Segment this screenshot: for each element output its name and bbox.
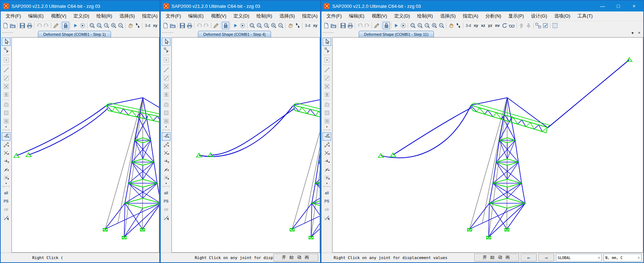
save-button[interactable] bbox=[179, 22, 186, 29]
zoom-previous-button[interactable] bbox=[423, 22, 431, 29]
deselect-mode-button[interactable] bbox=[323, 214, 331, 222]
tab-dropdown-icon[interactable]: ▾ bbox=[631, 30, 634, 35]
draw-poly-area-button[interactable] bbox=[323, 101, 331, 109]
walk-through-button[interactable] bbox=[134, 22, 141, 29]
toolbar-drag-handle[interactable] bbox=[323, 130, 330, 132]
next-step-button[interactable]: → bbox=[538, 254, 554, 262]
display-options-button[interactable] bbox=[542, 22, 549, 29]
toolbar-drag-handle[interactable] bbox=[163, 130, 170, 132]
menu-item-edit[interactable]: 编辑(E) bbox=[25, 11, 47, 21]
zoom-window-button[interactable] bbox=[248, 22, 256, 29]
select-all-button[interactable]: all bbox=[323, 189, 331, 197]
zoom-out-button[interactable] bbox=[277, 22, 284, 29]
menu-item-assign[interactable]: 指定(A) bbox=[459, 11, 482, 21]
menu-item-view[interactable]: 视图(V) bbox=[47, 11, 70, 21]
toolbar-drag-handle[interactable] bbox=[162, 32, 173, 36]
toolbar-overflow-icon[interactable]: ▾ bbox=[326, 125, 328, 128]
draw-poly-area-button[interactable] bbox=[162, 101, 170, 109]
snap-to-midpoints-button[interactable] bbox=[2, 141, 10, 149]
snap-to-lines-button[interactable] bbox=[162, 165, 170, 174]
new-file-button[interactable] bbox=[2, 22, 9, 29]
toolbar-overflow-icon[interactable]: ▾ bbox=[5, 182, 7, 185]
previous-selection-button[interactable]: PS bbox=[162, 197, 170, 205]
draw-frame-button[interactable] bbox=[2, 66, 10, 74]
snap-to-intersections-button[interactable] bbox=[162, 149, 170, 157]
draw-special-joint-button[interactable] bbox=[162, 56, 170, 64]
clear-selection-button[interactable]: clr bbox=[2, 205, 10, 214]
snap-to-grid-button[interactable] bbox=[2, 174, 10, 182]
zoom-full-button[interactable] bbox=[416, 22, 423, 29]
select-all-button[interactable]: all bbox=[2, 189, 10, 197]
draw-poly-area-button[interactable] bbox=[2, 101, 10, 109]
units-select[interactable]: N, mm, C∨ bbox=[604, 254, 641, 262]
run-play-button[interactable] bbox=[232, 22, 239, 29]
snap-to-joints-button[interactable] bbox=[2, 132, 10, 141]
run-play-button[interactable] bbox=[72, 22, 79, 29]
zoom-full-button[interactable] bbox=[256, 22, 263, 29]
clipped-icon-button[interactable] bbox=[552, 22, 559, 29]
quick-draw-frame-button[interactable] bbox=[162, 74, 170, 82]
open-file-button[interactable] bbox=[9, 22, 16, 29]
new-file-button[interactable] bbox=[162, 22, 169, 29]
clear-selection-button[interactable]: clr bbox=[323, 205, 331, 214]
zoom-out-button[interactable] bbox=[438, 22, 445, 29]
run-all-button[interactable] bbox=[239, 22, 246, 29]
menu-item-options[interactable]: 选项(O) bbox=[551, 11, 574, 21]
snap-to-grid-button[interactable] bbox=[162, 174, 170, 182]
zoom-in-button[interactable] bbox=[431, 22, 438, 29]
draw-frame-button[interactable] bbox=[162, 66, 170, 74]
perspective-glasses-button[interactable] bbox=[508, 22, 515, 29]
zoom-in-button[interactable] bbox=[110, 22, 117, 29]
menu-item-select[interactable]: 选择(S) bbox=[276, 11, 298, 21]
draw-rect-area-button[interactable] bbox=[323, 109, 331, 117]
menu-item-file[interactable]: 文件(F) bbox=[323, 11, 345, 21]
draw-frame-button[interactable] bbox=[323, 66, 331, 74]
reshape-object-button[interactable] bbox=[162, 46, 170, 54]
quick-draw-frame-button[interactable] bbox=[2, 74, 10, 82]
deselect-mode-button[interactable] bbox=[2, 214, 10, 222]
zoom-previous-button[interactable] bbox=[263, 22, 270, 29]
model-canvas[interactable] bbox=[11, 37, 159, 253]
tab-close-icon[interactable]: × bbox=[638, 30, 640, 35]
menu-item-draw[interactable]: 绘制(R) bbox=[93, 11, 116, 21]
menu-item-file[interactable]: 文件(F) bbox=[162, 11, 185, 21]
view-xy-button[interactable]: xy bbox=[472, 23, 479, 28]
snap-to-intersections-button[interactable] bbox=[2, 149, 10, 157]
menu-item-define[interactable]: 定义(D) bbox=[391, 11, 413, 21]
open-file-button[interactable] bbox=[169, 22, 176, 29]
sap2000-window-2[interactable]: SAP2000 v21.2.0 Ultimate C64-bit - zzg 0… bbox=[160, 0, 321, 263]
view-xy-button[interactable]: xy bbox=[151, 23, 159, 28]
snap-to-midpoints-button[interactable] bbox=[323, 141, 331, 149]
pointer-select-button[interactable] bbox=[323, 38, 331, 46]
toolbar-drag-handle[interactable] bbox=[323, 32, 334, 36]
toolbar-overflow-icon[interactable]: ▾ bbox=[326, 182, 328, 185]
deselect-mode-button[interactable] bbox=[162, 214, 170, 222]
pan-hand-button[interactable] bbox=[447, 22, 455, 29]
snap-to-grid-button[interactable] bbox=[323, 174, 331, 182]
menu-item-file[interactable]: 文件(F) bbox=[2, 11, 25, 21]
run-all-button[interactable] bbox=[400, 22, 407, 29]
menu-item-analyze[interactable]: 分析(N) bbox=[482, 11, 505, 21]
view-xz-button[interactable]: xz bbox=[319, 23, 320, 28]
redo-button[interactable] bbox=[43, 22, 50, 29]
snap-to-joints-button[interactable] bbox=[162, 132, 170, 141]
lock-button[interactable] bbox=[383, 22, 390, 29]
print-button[interactable] bbox=[347, 22, 354, 29]
snap-to-perpendicular-button[interactable] bbox=[2, 157, 10, 165]
undo-button[interactable] bbox=[195, 22, 203, 29]
sap2000-window-1[interactable]: SAP2000 v21.2.0 Ultimate C64-bit - zzg 0… bbox=[0, 0, 160, 263]
snap-to-joints-button[interactable] bbox=[323, 132, 331, 141]
redo-button[interactable] bbox=[363, 22, 371, 29]
menu-item-tools[interactable]: 工具(T) bbox=[574, 11, 596, 21]
menu-item-display[interactable]: 显示(P) bbox=[505, 11, 527, 21]
previous-step-button[interactable]: ← bbox=[521, 254, 537, 262]
start-animation-button[interactable]: 开 始 动 画 bbox=[474, 254, 519, 262]
undo-button[interactable] bbox=[356, 22, 363, 29]
toolbar-overflow-icon[interactable]: ▾ bbox=[5, 125, 7, 128]
quick-draw-area-button[interactable] bbox=[2, 117, 10, 125]
snap-to-lines-button[interactable] bbox=[323, 165, 331, 174]
minimize-button[interactable]: — bbox=[595, 1, 610, 11]
draw-pencil-button[interactable] bbox=[212, 22, 219, 29]
toolbar-drag-handle[interactable] bbox=[3, 186, 10, 189]
toolbar-drag-handle[interactable] bbox=[323, 186, 330, 189]
